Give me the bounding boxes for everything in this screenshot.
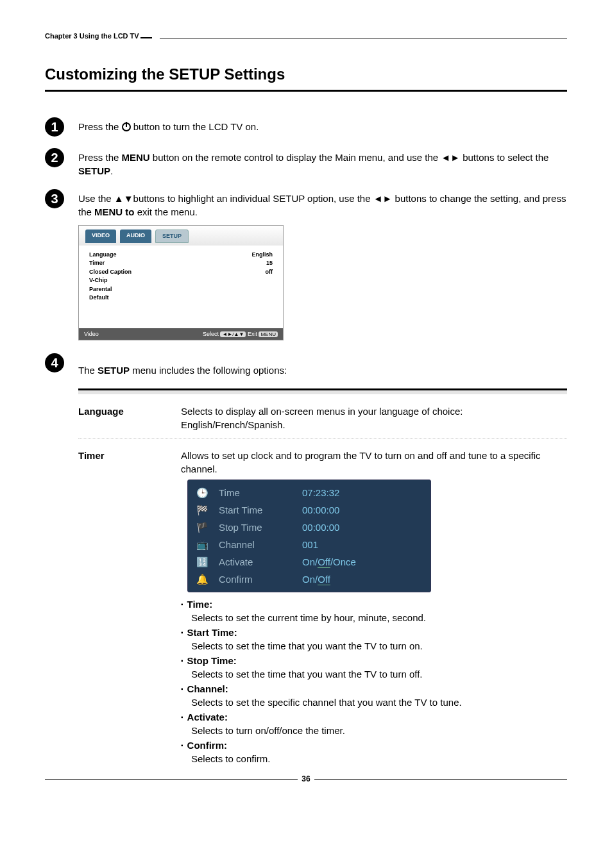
timer-row: 🔔ConfirmOn/Off [188, 571, 430, 588]
confirm-icon: 🔔 [194, 573, 210, 586]
sub-time-desc: Selects to set the current time by hour,… [191, 611, 426, 624]
osd-footer-exit: Exit [248, 331, 257, 337]
osd-footer-menu-key: MENU [259, 331, 278, 337]
chapter-header-line: Chapter 3 Using the LCD TV [45, 32, 567, 44]
option-language-row: Language Selects to display all on-scree… [78, 394, 567, 438]
sub-channel-desc: Selects to set the specific channel that… [191, 696, 462, 709]
sub-start-desc: Selects to set the time that you want th… [191, 639, 423, 653]
sub-start-title: Start Time: [181, 627, 237, 638]
osd-tab-video: VIDEO [85, 230, 116, 243]
sub-activate-title: Activate: [181, 712, 228, 722]
chapter-label: Chapter 3 Using the LCD TV [45, 32, 139, 40]
activate-icon: 🔢 [194, 556, 210, 569]
clock-icon: 🕒 [194, 487, 210, 499]
sub-stop-desc: Selects to set the time that you want th… [191, 667, 422, 681]
osd-row: Timer15 [89, 259, 273, 268]
step-number-4: 4 [45, 353, 64, 372]
step-4: 4 The SETUP menu includes the following … [45, 353, 567, 772]
timer-row: 🏁Start Time00:00:00 [188, 501, 430, 519]
step4-setup: SETUP [98, 365, 130, 376]
header-rule [160, 38, 567, 38]
osd-row: Closed Captionoff [89, 268, 273, 277]
step1-text-b: button to turn the LCD TV on. [133, 121, 259, 132]
option-timer-row: Timer Allows to set up clock and to prog… [78, 438, 567, 772]
step-2: 2 Press the MENU button on the remote co… [45, 148, 567, 178]
flag-off-icon: 🏴 [194, 521, 210, 534]
step-number-2: 2 [45, 148, 64, 167]
sub-activate-desc: Selects to turn on/off/once the timer. [191, 724, 345, 737]
timer-row: 🏴Stop Time00:00:00 [188, 519, 430, 536]
step2-setup: SETUP [78, 165, 110, 176]
step-3: 3 Use the ▲▼buttons to highlight an indi… [45, 189, 567, 340]
timer-row: 🕒Time07:23:32 [188, 484, 430, 501]
timer-sub-list: Time:Selects to set the current time by … [181, 597, 567, 765]
channel-icon: 📺 [194, 538, 210, 551]
title-underline [45, 90, 567, 92]
step-number-1: 1 [45, 117, 64, 137]
option-timer-desc: Allows to set up clock and to program th… [181, 449, 567, 476]
sub-time-title: Time: [181, 599, 212, 610]
osd-footer-select: Select [203, 331, 219, 337]
setup-options-table: Language Selects to display all on-scree… [78, 388, 567, 772]
step2-text-a: Press the [78, 152, 122, 163]
step4-text-a: The [78, 365, 98, 376]
osd-footer: Video Select ◄►/▲▼ Exit MENU [79, 328, 283, 340]
step2-text-b: button on the remote control to display … [150, 152, 549, 163]
osd-row: Default [89, 294, 273, 303]
step2-menu: MENU [122, 152, 150, 163]
step-number-3: 3 [45, 189, 64, 208]
step3-text-b: exit the menu. [135, 206, 198, 217]
sub-confirm-desc: Selects to confirm. [191, 752, 270, 765]
setup-osd-panel: VIDEO AUDIO SETUP LanguageEnglish Timer1… [78, 225, 284, 340]
timer-row: 📺Channel001 [188, 536, 430, 553]
step-1: 1 Press the button to turn the LCD TV on… [45, 117, 567, 137]
option-language-desc: Selects to display all on-screen menus i… [181, 405, 567, 431]
option-timer-name: Timer [78, 449, 181, 765]
sub-confirm-title: Confirm: [181, 740, 227, 751]
page-footer: 36 [45, 774, 567, 783]
osd-row: V-Chip [89, 276, 273, 285]
flag-on-icon: 🏁 [194, 504, 210, 517]
page-title: Customizing the SETUP Settings [45, 65, 567, 83]
timer-row: 🔢ActivateOn/Off/Once [188, 553, 430, 571]
osd-row: Parental [89, 285, 273, 294]
step1-text-a: Press the [78, 121, 122, 132]
option-language-name: Language [78, 405, 181, 431]
dash-icon [140, 37, 152, 38]
sub-channel-title: Channel: [181, 683, 228, 694]
osd-footer-nav-key: ◄►/▲▼ [220, 331, 246, 337]
footer-rule-right [314, 779, 567, 780]
step2-text-c: . [110, 165, 113, 176]
osd-tab-audio: AUDIO [120, 230, 151, 243]
osd-row: LanguageEnglish [89, 251, 273, 260]
power-icon [122, 122, 131, 131]
step4-text-b: menu includes the following options: [130, 365, 287, 376]
step3-menu: MENU to [94, 206, 135, 217]
osd-footer-left: Video [84, 330, 99, 338]
timer-osd-panel: 🕒Time07:23:32 🏁Start Time00:00:00 🏴Stop … [187, 480, 431, 592]
page-number: 36 [298, 774, 314, 783]
osd-tab-setup: SETUP [155, 230, 189, 243]
footer-rule-left [45, 779, 298, 780]
sub-stop-title: Stop Time: [181, 655, 237, 666]
